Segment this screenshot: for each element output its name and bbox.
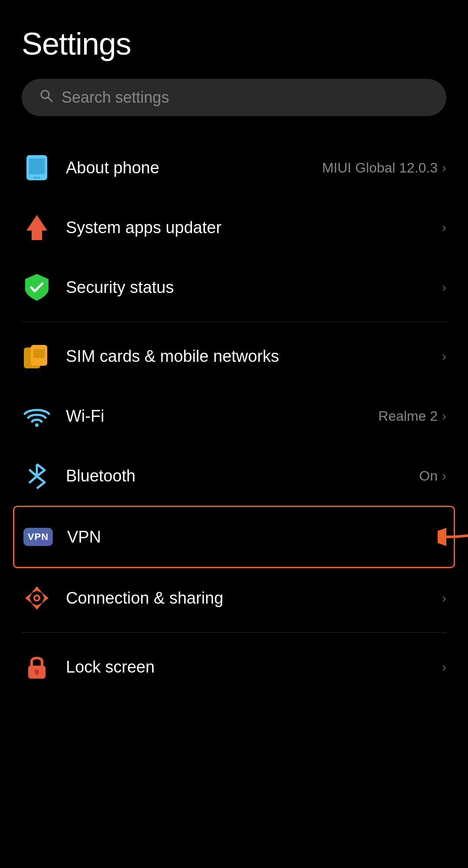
about-phone-chevron: › [442, 160, 446, 175]
vpn-content: VPN › [67, 528, 445, 546]
svg-rect-3 [29, 159, 45, 174]
vpn-chevron: › [441, 530, 445, 544]
settings-item-connection-sharing[interactable]: Connection & sharing › [22, 568, 446, 628]
sim-cards-chevron: › [442, 349, 446, 364]
security-status-content: Security status › [66, 278, 446, 297]
search-icon [39, 88, 54, 107]
bluetooth-right: On › [419, 468, 446, 484]
about-phone-content: About phone MIUI Global 12.0.3 › [66, 159, 446, 177]
phone-icon [22, 153, 52, 183]
system-apps-chevron: › [442, 220, 446, 235]
settings-item-lock-screen[interactable]: Lock screen › [22, 637, 446, 697]
bluetooth-content: Bluetooth On › [66, 467, 446, 485]
lock-screen-content: Lock screen › [66, 658, 446, 676]
search-bar[interactable]: Search settings [22, 79, 446, 116]
settings-item-wifi[interactable]: Wi-Fi Realme 2 › [22, 386, 446, 446]
security-status-right: › [442, 280, 446, 295]
settings-group-security: Lock screen › [22, 637, 446, 697]
vpn-right: › [441, 530, 445, 544]
svg-marker-14 [31, 603, 42, 610]
sim-icon [22, 341, 52, 371]
page-title: Settings [22, 26, 446, 62]
divider-1 [22, 322, 446, 322]
svg-rect-8 [33, 349, 45, 358]
settings-page: Settings Search settings About phone [0, 0, 468, 731]
settings-item-system-apps-updater[interactable]: System apps updater › [22, 198, 446, 257]
bluetooth-icon [22, 461, 52, 491]
search-placeholder: Search settings [62, 88, 169, 107]
vpn-badge: VPN [23, 528, 53, 546]
settings-item-about-phone[interactable]: About phone MIUI Global 12.0.3 › [22, 138, 446, 198]
system-apps-content: System apps updater › [66, 218, 446, 237]
settings-item-security-status[interactable]: Security status › [22, 257, 446, 317]
connection-sharing-label: Connection & sharing [66, 589, 223, 608]
wifi-right: Realme 2 › [378, 408, 446, 424]
bluetooth-label: Bluetooth [66, 467, 136, 485]
wifi-content: Wi-Fi Realme 2 › [66, 407, 446, 426]
security-status-label: Security status [66, 278, 174, 297]
security-status-chevron: › [442, 280, 446, 295]
lock-icon [22, 652, 52, 682]
connection-sharing-right: › [442, 591, 446, 605]
wifi-label: Wi-Fi [66, 407, 104, 426]
settings-item-vpn[interactable]: VPN VPN › [13, 506, 455, 568]
lock-screen-label: Lock screen [66, 658, 155, 676]
wifi-icon [22, 401, 52, 431]
lock-screen-chevron: › [442, 660, 446, 674]
arrow-up-icon [22, 212, 52, 243]
connection-sharing-content: Connection & sharing › [66, 589, 446, 608]
divider-2 [22, 632, 446, 633]
settings-group-connectivity: SIM cards & mobile networks › Wi-Fi Rea [22, 326, 446, 628]
svg-marker-15 [25, 592, 32, 604]
svg-marker-5 [26, 215, 47, 240]
about-phone-right: MIUI Global 12.0.3 › [322, 160, 446, 176]
vpn-label: VPN [67, 528, 101, 546]
sim-cards-right: › [442, 349, 446, 364]
svg-marker-16 [42, 592, 49, 604]
svg-line-1 [48, 98, 52, 101]
settings-item-sim-cards[interactable]: SIM cards & mobile networks › [22, 326, 446, 386]
lock-screen-right: › [442, 660, 446, 674]
svg-marker-13 [31, 586, 42, 593]
vpn-icon: VPN [23, 522, 53, 552]
svg-point-17 [34, 595, 39, 601]
connection-icon [22, 583, 52, 613]
bluetooth-chevron: › [442, 468, 446, 483]
about-phone-subtitle: MIUI Global 12.0.3 [322, 160, 438, 176]
svg-point-9 [35, 423, 39, 427]
system-apps-right: › [442, 220, 446, 235]
wifi-chevron: › [442, 409, 446, 423]
wifi-subtitle: Realme 2 [378, 408, 438, 424]
svg-rect-4 [33, 177, 40, 179]
connection-sharing-chevron: › [442, 591, 446, 605]
sim-cards-content: SIM cards & mobile networks › [66, 347, 446, 366]
settings-item-bluetooth[interactable]: Bluetooth On › [22, 446, 446, 506]
shield-icon [22, 272, 52, 302]
system-apps-label: System apps updater [66, 218, 221, 237]
about-phone-label: About phone [66, 159, 159, 177]
svg-rect-20 [36, 672, 38, 675]
sim-cards-label: SIM cards & mobile networks [66, 347, 279, 366]
vpn-row-wrapper: VPN VPN › [22, 506, 446, 568]
svg-line-11 [30, 476, 37, 482]
settings-group-top: About phone MIUI Global 12.0.3 › System … [22, 138, 446, 317]
bluetooth-subtitle: On [419, 468, 438, 484]
